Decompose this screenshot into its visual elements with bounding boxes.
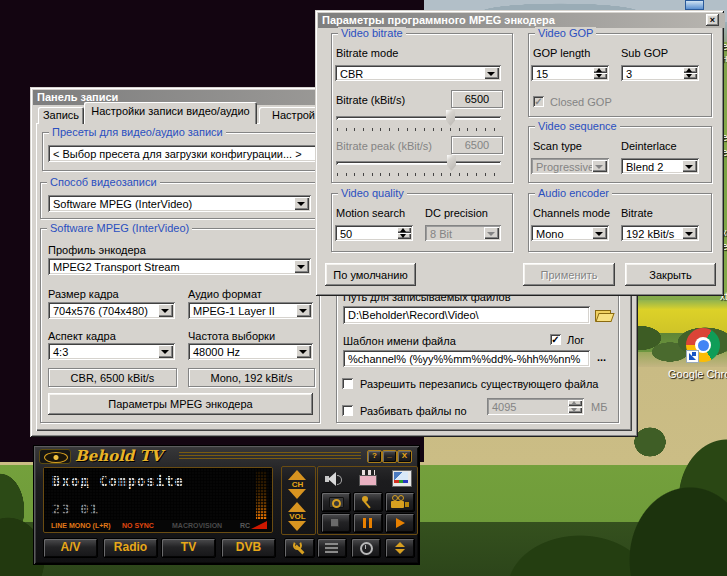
- apply-button[interactable]: Применить: [523, 263, 615, 286]
- channel-up-button[interactable]: [288, 470, 306, 480]
- split-checkbox[interactable]: [342, 405, 353, 416]
- tab-zapis[interactable]: Запись: [38, 107, 84, 124]
- audio-format-combobox[interactable]: MPEG-1 Layer II: [188, 302, 313, 319]
- bitrate-slider-track[interactable]: [336, 116, 501, 120]
- split-label: Разбивать файлы по: [360, 405, 467, 418]
- clock-button[interactable]: [351, 538, 381, 558]
- path-field[interactable]: D:\Beholder\Record\Video\: [343, 306, 590, 324]
- snapshot-button[interactable]: [321, 492, 351, 512]
- sample-rate-combobox[interactable]: 48000 Hz: [188, 343, 313, 360]
- dropdown-arrow-icon[interactable]: [682, 160, 697, 172]
- gop-length-spinner[interactable]: 15: [531, 65, 609, 81]
- spin-down-icon[interactable]: [683, 73, 697, 79]
- speaker-icon[interactable]: [324, 472, 342, 486]
- template-field[interactable]: %channel% (%yy%%mm%%dd%-%hh%%nn%: [343, 350, 590, 367]
- aspect-combobox[interactable]: 4:3: [48, 343, 175, 360]
- chrome-icon-blue: [698, 340, 709, 351]
- volume-up-button[interactable]: [288, 502, 306, 512]
- status-macrovision: MACROVISION: [172, 522, 222, 529]
- dropdown-arrow-icon[interactable]: [158, 304, 173, 317]
- deinterlace-label: Deinterlace: [621, 140, 677, 153]
- behold-led-display: Вход Composite 23 01 LINE MONO (L+R) NO …: [43, 467, 273, 533]
- browse-template-button[interactable]: ...: [597, 351, 606, 364]
- software-mpeg-group-title: Software MPEG (InterVideo): [47, 222, 192, 235]
- dropdown-arrow-icon[interactable]: [682, 227, 697, 239]
- bitrate-mode-combobox[interactable]: CBR: [335, 65, 501, 81]
- closed-gop-label: Closed GOP: [550, 96, 612, 109]
- status-line-mode: LINE MONO (L+R): [51, 522, 111, 529]
- dropdown-arrow-icon[interactable]: [592, 227, 607, 239]
- rc-signal-wedge: [251, 521, 267, 529]
- bitrate-label: Bitrate (kBit/s): [336, 94, 405, 107]
- desktop-icon-partial[interactable]: [685, 0, 704, 10]
- aspect-value: 4:3: [53, 346, 68, 358]
- sub-gop-spinner[interactable]: 3: [621, 65, 699, 81]
- default-button[interactable]: По умолчанию: [325, 263, 416, 286]
- video-method-value: Software MPEG (InterVideo): [53, 198, 192, 210]
- behold-minimize-button[interactable]: _: [382, 450, 397, 463]
- stop-button[interactable]: [321, 513, 351, 533]
- dropdown-arrow-icon[interactable]: [158, 345, 173, 358]
- behold-close-button[interactable]: X: [397, 450, 412, 463]
- dropdown-arrow-icon[interactable]: [294, 260, 309, 273]
- frame-size-value: 704x576 (704x480): [53, 305, 148, 317]
- av-button[interactable]: A/V: [43, 538, 98, 558]
- spin-down-icon[interactable]: [593, 73, 607, 79]
- tv-picture-icon[interactable]: [392, 470, 412, 487]
- behold-logo-eye-icon: [39, 449, 71, 464]
- split-size-spinner[interactable]: 4095: [487, 398, 584, 415]
- scheduler-film-button[interactable]: [317, 538, 347, 558]
- bitrate-value-box: 6500: [451, 90, 503, 108]
- updown-button[interactable]: [385, 538, 415, 558]
- dvb-button[interactable]: DVB: [221, 538, 276, 558]
- spin-up-icon[interactable]: [568, 400, 582, 406]
- audio-record-button[interactable]: [353, 492, 383, 512]
- mpeg-dialog-titlebar[interactable]: Параметры программного MPEG энкодера: [318, 13, 725, 28]
- settings-wrench-button[interactable]: [284, 538, 315, 558]
- tv-button[interactable]: TV: [161, 538, 216, 558]
- profile-combobox[interactable]: MPEG2 Transport Stream: [48, 258, 311, 275]
- camcorder-lens: [405, 502, 409, 507]
- mpeg-encoder-dialog: Параметры программного MPEG энкодера × V…: [315, 10, 724, 296]
- volume-down-button[interactable]: [288, 521, 306, 531]
- play-button[interactable]: [385, 513, 415, 533]
- dropdown-arrow-icon[interactable]: [294, 197, 309, 210]
- status-no-sync: NO SYNC: [122, 522, 154, 529]
- mpeg-dialog-close-button[interactable]: ×: [706, 14, 719, 26]
- sample-rate-label: Частота выборки: [188, 330, 275, 343]
- bitrate-mode-value: CBR: [340, 68, 363, 80]
- frame-size-combobox[interactable]: 704x576 (704x480): [48, 302, 175, 319]
- behold-titlebar[interactable]: Behold TV ? _ X: [37, 448, 416, 464]
- tab-nastroiki-zapisi[interactable]: Настройки записи видео/аудио: [84, 102, 257, 124]
- deinterlace-combobox[interactable]: Blend 2: [621, 158, 699, 174]
- dropdown-arrow-icon[interactable]: [296, 304, 311, 317]
- channel-down-button[interactable]: [288, 489, 306, 499]
- pause-button[interactable]: [353, 513, 383, 533]
- clapperboard-icon[interactable]: [359, 470, 377, 486]
- gop-length-value: 15: [536, 68, 548, 80]
- mpeg-params-button[interactable]: Параметры MPEG энкодера: [48, 393, 313, 415]
- audio-bitrate-combobox[interactable]: 192 kBit/s: [621, 225, 699, 241]
- chrome-icon-label: Google Chro: [668, 368, 727, 380]
- overwrite-checkbox[interactable]: [342, 378, 353, 389]
- browse-folder-icon[interactable]: [595, 308, 611, 322]
- closed-gop-checkbox: ✓: [533, 96, 544, 107]
- behold-help-button[interactable]: ?: [367, 450, 382, 463]
- video-method-combobox[interactable]: Software MPEG (InterVideo): [48, 195, 311, 212]
- spin-down-icon[interactable]: [568, 407, 582, 413]
- channel-volume-panel: CH VOL: [281, 466, 316, 535]
- peak-slider-track: [336, 161, 501, 165]
- video-record-button[interactable]: [385, 492, 415, 512]
- split-size-value: 4095: [492, 401, 516, 413]
- video-bitrate-group-title: Video bitrate: [338, 27, 406, 40]
- channels-mode-combobox[interactable]: Mono: [531, 225, 609, 241]
- dropdown-arrow-icon[interactable]: [296, 345, 311, 358]
- log-checkbox[interactable]: ✓: [550, 334, 561, 345]
- motion-search-spinner[interactable]: 50: [335, 225, 413, 241]
- spin-down-icon[interactable]: [397, 233, 411, 239]
- eye-shape: [44, 452, 68, 463]
- close-button[interactable]: Закрыть: [625, 263, 716, 286]
- audio-format-value: MPEG-1 Layer II: [193, 305, 275, 317]
- radio-button[interactable]: Radio: [103, 538, 158, 558]
- dropdown-arrow-icon[interactable]: [484, 67, 499, 79]
